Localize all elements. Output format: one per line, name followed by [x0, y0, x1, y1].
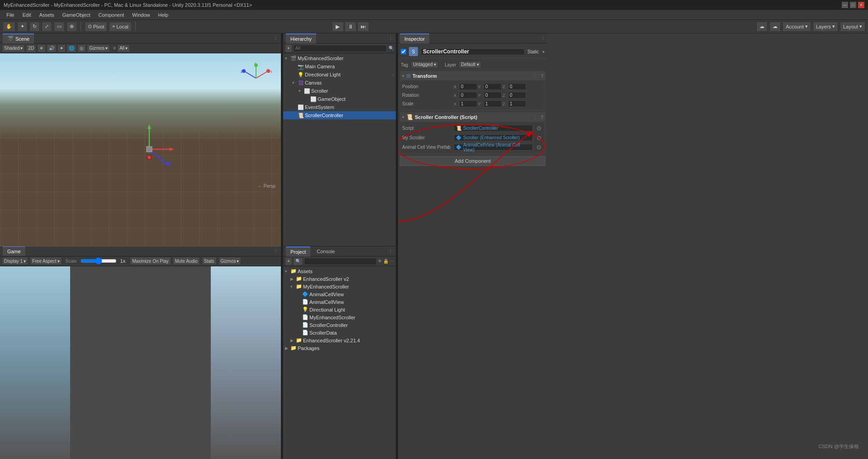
- project-search[interactable]: [304, 258, 377, 265]
- tree-item-maincamera[interactable]: 📷 Main Camera: [283, 62, 396, 71]
- tree-item-eventsystem[interactable]: ⬜ EventSystem: [283, 103, 396, 111]
- myscroller-ref-pick[interactable]: ⊙: [535, 134, 543, 142]
- scene-lighting-button[interactable]: ☀: [37, 44, 46, 52]
- tab-project[interactable]: Project: [286, 246, 310, 256]
- rot-y-input[interactable]: [484, 92, 502, 99]
- 2d-button[interactable]: 2D: [26, 44, 36, 52]
- pos-x-input[interactable]: [459, 83, 477, 90]
- tab-game[interactable]: Game: [3, 246, 25, 256]
- step-button[interactable]: ⏭: [357, 22, 369, 32]
- layers-dropdown[interactable]: Layers ▾: [813, 22, 838, 32]
- menu-help[interactable]: Help: [154, 11, 172, 19]
- object-name-field[interactable]: [421, 48, 525, 55]
- project-item-enhancedscroller[interactable]: ▶ 📁 EnhancedScroller v2: [283, 275, 396, 283]
- tree-item-myenhancedscroller[interactable]: ▾ 🎬 MyEnhancedScroller: [283, 54, 396, 62]
- project-item-myenhancedscroller[interactable]: ▾ 📁 MyEnhancedScroller: [283, 283, 396, 290]
- scale-z-input[interactable]: [508, 100, 526, 107]
- rot-z-input[interactable]: [508, 92, 526, 99]
- hand-tool-button[interactable]: ✋: [3, 22, 15, 32]
- project-search-button[interactable]: 🔍: [293, 257, 303, 265]
- display-dropdown[interactable]: Display 1 ▾: [2, 257, 28, 265]
- pos-y-input[interactable]: [484, 83, 502, 90]
- tree-item-directionallight[interactable]: 💡 Directional Light ›: [283, 71, 396, 79]
- tab-inspector[interactable]: Inspector: [400, 33, 429, 43]
- tab-console[interactable]: Console: [312, 246, 339, 256]
- project-item-enhancedscroller-pkg[interactable]: ▶ 📁 EnhancedScroller v2.21.4: [283, 336, 396, 344]
- scale-tool-button[interactable]: ⤢: [42, 22, 52, 32]
- cellview-ref-field[interactable]: 🔷 AnimalCellView (Animal Cell View): [454, 144, 533, 151]
- project-item-animalcellview-script[interactable]: 📄 AnimalCellView: [283, 298, 396, 306]
- hierarchy-more[interactable]: ⋮: [388, 35, 393, 41]
- transform-tool-button[interactable]: ⊕: [66, 22, 77, 32]
- free-aspect-dropdown[interactable]: Free Aspect ▾: [30, 257, 62, 265]
- scale-x-input[interactable]: [459, 100, 477, 107]
- project-item-myenhancedscroller-script[interactable]: 📄 MyEnhancedScroller: [283, 313, 396, 321]
- script-help[interactable]: ?: [541, 115, 543, 120]
- menu-component[interactable]: Component: [95, 11, 128, 19]
- menu-file[interactable]: File: [3, 11, 18, 19]
- maximize-button[interactable]: □: [850, 2, 856, 8]
- project-item-directionallight[interactable]: 💡 Directional Light: [283, 306, 396, 313]
- scene-view[interactable]: x z y ← Persp: [0, 53, 281, 246]
- layer-dropdown[interactable]: Default ▾: [459, 61, 481, 68]
- project-item-animalcellview-prefab[interactable]: 🔷 AnimalCellView: [283, 290, 396, 298]
- pause-button[interactable]: ⏸: [345, 22, 356, 32]
- tag-dropdown[interactable]: Untagged ▾: [411, 61, 438, 68]
- mute-audio-button[interactable]: Mute Audio: [173, 257, 200, 265]
- tree-item-scroller[interactable]: ▾ ⬜ Scroller: [283, 87, 396, 95]
- project-item-packages[interactable]: ▶ 📁 Packages: [283, 344, 396, 352]
- play-button[interactable]: ▶: [332, 22, 344, 32]
- project-item-scrollercontroller[interactable]: 📄 ScrollerController: [283, 321, 396, 329]
- scene-sky-button[interactable]: 🌐: [66, 44, 76, 52]
- all-dropdown[interactable]: All ▾: [117, 44, 130, 52]
- script-ref-field[interactable]: 📜 ScrollerController: [454, 125, 533, 132]
- scale-y-input[interactable]: [484, 100, 502, 107]
- local-button[interactable]: ⌖ Local: [109, 22, 131, 32]
- pos-z-input[interactable]: [508, 83, 526, 90]
- close-button[interactable]: ✕: [858, 2, 864, 8]
- menu-edit[interactable]: Edit: [19, 11, 35, 19]
- hierarchy-search[interactable]: [293, 45, 387, 52]
- scene-panel-more[interactable]: ⋮: [273, 35, 278, 41]
- hierarchy-add-button[interactable]: +: [285, 44, 292, 52]
- maximize-on-play-button[interactable]: Maximize On Play: [130, 257, 171, 265]
- gizmos-dropdown[interactable]: Gizmos ▾: [87, 44, 110, 52]
- script-settings[interactable]: ⋮: [532, 115, 537, 120]
- rotate-tool-button[interactable]: ↻: [29, 22, 40, 32]
- tree-item-scrollercontroller[interactable]: 📜 ScrollerController: [283, 111, 396, 119]
- scale-slider[interactable]: [81, 257, 117, 265]
- services-button[interactable]: ☁: [769, 22, 781, 32]
- menu-window[interactable]: Window: [128, 11, 153, 19]
- shaded-dropdown[interactable]: Shaded ▾: [2, 44, 25, 52]
- pivot-button[interactable]: ⊙ Pivot: [85, 22, 107, 32]
- collab-button[interactable]: ☁: [756, 22, 768, 32]
- project-add-button[interactable]: +: [285, 257, 292, 265]
- rect-tool-button[interactable]: ▭: [54, 22, 65, 32]
- script-component-header[interactable]: ▾ 📜 Scroller Controller (Script) ⋮ ?: [400, 113, 545, 122]
- game-panel-more[interactable]: ⋮: [273, 248, 278, 254]
- menu-gameobject[interactable]: GameObject: [59, 11, 94, 19]
- rot-x-input[interactable]: [459, 92, 477, 99]
- minimize-button[interactable]: —: [842, 2, 848, 8]
- project-more[interactable]: ⋮: [388, 248, 393, 254]
- project-item-scrollerdata[interactable]: 📄 ScrollerData: [283, 329, 396, 336]
- stats-button[interactable]: Stats: [202, 257, 217, 265]
- account-dropdown[interactable]: Account ▾: [783, 22, 811, 32]
- object-active-checkbox[interactable]: [401, 49, 406, 54]
- menu-assets[interactable]: Assets: [36, 11, 58, 19]
- cellview-ref-pick[interactable]: ⊙: [535, 143, 543, 151]
- add-component-button[interactable]: Add Component: [400, 156, 545, 166]
- tab-hierarchy[interactable]: Hierarchy: [286, 33, 316, 43]
- myscroller-ref-field[interactable]: 🔷 Scroller (Enhanced Scroller): [454, 134, 533, 141]
- script-ref-pick[interactable]: ⊙: [535, 124, 543, 132]
- transform-help[interactable]: ?: [541, 74, 543, 79]
- move-tool-button[interactable]: ✦: [17, 22, 28, 32]
- inspector-more[interactable]: ⋮: [541, 35, 545, 41]
- transform-header[interactable]: ▾ ⊞ Transform ⋮ ?: [400, 71, 545, 80]
- tree-item-canvas[interactable]: ▾ 🖼 Canvas: [283, 79, 396, 87]
- transform-settings[interactable]: ⋮: [532, 74, 537, 79]
- project-item-assets[interactable]: ▾ 📁 Assets: [283, 267, 396, 275]
- scene-audio-button[interactable]: 🔊: [47, 44, 57, 52]
- gizmos-game-dropdown[interactable]: Gizmos ▾: [218, 257, 242, 265]
- tree-item-gameobject[interactable]: ⬜ GameObject: [283, 95, 396, 103]
